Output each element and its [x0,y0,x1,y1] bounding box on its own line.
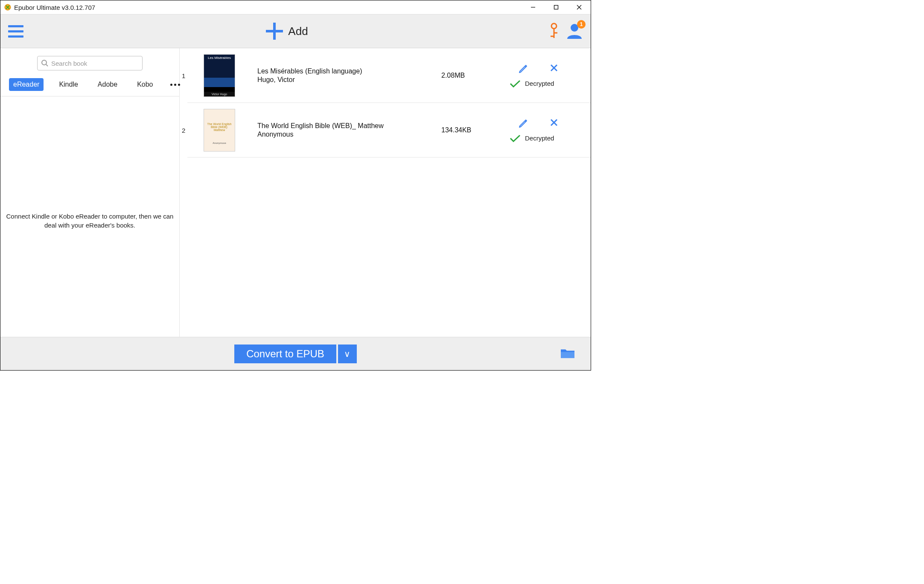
row-index: 1 [182,72,185,79]
svg-rect-18 [561,352,574,358]
book-cover: The World English Bible (WEB): Matthew A… [204,109,235,152]
svg-line-12 [525,66,526,67]
add-label: Add [288,25,308,38]
menu-button[interactable] [8,23,25,40]
check-icon [510,80,521,88]
app-window: Epubor Ultimate v3.0.12.707 Add [0,0,591,371]
tab-ereader[interactable]: eReader [9,78,44,91]
remove-button[interactable] [550,64,558,74]
plus-icon [266,23,283,40]
search-input-wrap[interactable] [37,56,143,70]
book-meta: Les Misérables (English language) Hugo, … [257,67,441,84]
tab-kindle[interactable]: Kindle [55,78,82,91]
chevron-down-icon: ∨ [344,349,350,359]
tab-adobe[interactable]: Adobe [93,78,122,91]
user-account-button[interactable]: 1 [566,23,583,40]
pencil-icon [518,118,528,128]
book-meta: The World English Bible (WEB)_ Matthew A… [257,122,441,138]
svg-line-11 [46,64,48,66]
book-list: 1 Les Misérables Victor Hugo Les Misérab… [187,48,591,337]
book-row[interactable]: 2 The World English Bible (WEB): Matthew… [187,103,591,158]
footer: Convert to EPUB ∨ [0,337,591,370]
app-icon [4,3,12,11]
folder-icon [560,347,575,359]
add-button[interactable]: Add [25,23,549,40]
book-title: The World English Bible (WEB)_ Matthew [257,122,441,130]
maximize-button[interactable] [545,0,568,14]
book-size: 134.34KB [441,126,510,134]
open-output-folder-button[interactable] [560,347,575,361]
search-input[interactable] [51,60,139,67]
edit-button[interactable] [518,118,528,128]
close-icon [550,118,558,127]
book-author: Anonymous [257,131,441,138]
tab-more-button[interactable] [169,81,182,88]
remove-button[interactable] [550,118,558,128]
hamburger-icon [8,25,23,27]
toolbar: Add 1 [0,14,591,48]
sidebar: eReader Kindle Adobe Kobo Connect Kindle… [0,48,180,337]
book-status: Decrypted [510,80,554,88]
notification-badge: 1 [577,20,586,29]
close-button[interactable] [568,0,591,14]
source-tabs: eReader Kindle Adobe Kobo [0,78,179,96]
convert-button[interactable]: Convert to EPUB [234,345,336,363]
edit-button[interactable] [518,64,528,74]
main-area: 1 Les Misérables Victor Hugo Les Misérab… [180,48,591,337]
book-author: Hugo, Victor [257,76,441,84]
svg-point-10 [42,60,47,65]
tab-kobo[interactable]: Kobo [133,78,157,91]
pencil-icon [518,64,528,74]
window-title: Epubor Ultimate v3.0.12.707 [14,4,95,11]
book-size: 2.08MB [441,72,510,79]
convert-format-dropdown[interactable]: ∨ [338,345,357,363]
book-status: Decrypted [510,134,554,142]
row-index: 2 [182,126,185,134]
close-icon [550,64,558,72]
key-icon[interactable] [549,23,559,40]
minimize-button[interactable] [522,0,545,14]
book-title: Les Misérables (English language) [257,67,441,75]
book-cover: Les Misérables Victor Hugo [204,54,235,97]
body: eReader Kindle Adobe Kobo Connect Kindle… [0,48,591,337]
ellipsis-icon [170,84,172,86]
sidebar-message: Connect Kindle or Kobo eReader to comput… [0,212,179,230]
svg-rect-2 [554,6,558,9]
check-icon [510,134,521,142]
book-row[interactable]: 1 Les Misérables Victor Hugo Les Misérab… [187,48,591,103]
svg-point-5 [551,23,557,29]
titlebar: Epubor Ultimate v3.0.12.707 [0,0,591,14]
search-icon [41,59,49,67]
svg-line-15 [525,121,526,122]
